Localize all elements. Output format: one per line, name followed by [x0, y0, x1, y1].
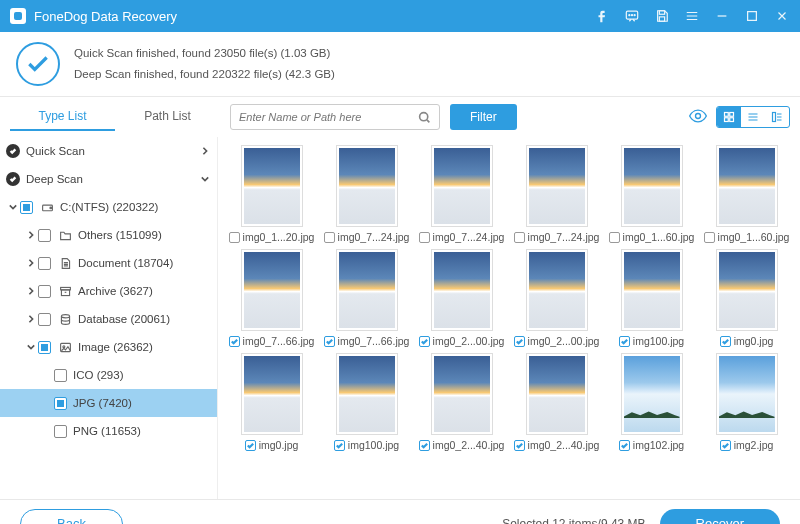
file-thumbnail[interactable]: [336, 249, 398, 331]
save-icon[interactable]: [654, 8, 670, 24]
svg-rect-11: [725, 118, 729, 122]
file-thumbnail[interactable]: [621, 249, 683, 331]
file-thumbnail[interactable]: [716, 145, 778, 227]
view-grid-button[interactable]: [717, 107, 741, 127]
svg-point-8: [696, 113, 701, 118]
chevron-down-icon: [6, 203, 20, 211]
file-checkbox[interactable]: [419, 440, 430, 451]
checkbox[interactable]: [38, 229, 51, 242]
file-checkbox[interactable]: [720, 440, 731, 451]
file-checkbox[interactable]: [334, 440, 345, 451]
file-cell[interactable]: img0_2...40.jpg: [511, 353, 602, 451]
view-detail-button[interactable]: [765, 107, 789, 127]
file-cell[interactable]: img0_7...66.jpg: [321, 249, 412, 347]
tree-png[interactable]: PNG (11653): [0, 417, 217, 445]
file-thumbnail[interactable]: [526, 249, 588, 331]
file-checkbox[interactable]: [609, 232, 620, 243]
file-checkbox[interactable]: [324, 232, 335, 243]
facebook-icon[interactable]: [594, 8, 610, 24]
file-cell[interactable]: img0_2...00.jpg: [416, 249, 507, 347]
view-list-button[interactable]: [741, 107, 765, 127]
image-icon: [57, 341, 73, 354]
file-cell[interactable]: img0_7...66.jpg: [226, 249, 317, 347]
file-thumbnail[interactable]: [621, 145, 683, 227]
tree-ico[interactable]: ICO (293): [0, 361, 217, 389]
maximize-icon[interactable]: [744, 8, 760, 24]
file-thumbnail[interactable]: [241, 353, 303, 435]
file-cell[interactable]: img0_7...24.jpg: [321, 145, 412, 243]
file-thumbnail[interactable]: [241, 249, 303, 331]
checkbox[interactable]: [38, 341, 51, 354]
file-thumbnail[interactable]: [431, 249, 493, 331]
file-checkbox[interactable]: [619, 440, 630, 451]
file-checkbox[interactable]: [229, 232, 240, 243]
filter-button[interactable]: Filter: [450, 104, 517, 130]
file-checkbox[interactable]: [419, 336, 430, 347]
file-cell[interactable]: img102.jpg: [606, 353, 697, 451]
file-checkbox[interactable]: [514, 232, 525, 243]
chevron-right-icon: [24, 259, 38, 267]
checkbox[interactable]: [54, 425, 67, 438]
file-cell[interactable]: img0.jpg: [226, 353, 317, 451]
file-cell[interactable]: img0_1...60.jpg: [606, 145, 697, 243]
chevron-down-icon: [201, 173, 209, 185]
checkbox[interactable]: [38, 313, 51, 326]
tree-archive[interactable]: Archive (3627): [0, 277, 217, 305]
tree-database[interactable]: Database (20061): [0, 305, 217, 333]
checkbox[interactable]: [54, 397, 67, 410]
tree-others[interactable]: Others (151099): [0, 221, 217, 249]
file-thumbnail[interactable]: [241, 145, 303, 227]
recover-button[interactable]: Recover: [660, 509, 780, 525]
tab-path-list[interactable]: Path List: [115, 103, 220, 131]
file-thumbnail[interactable]: [336, 145, 398, 227]
tree-jpg[interactable]: JPG (7420): [0, 389, 217, 417]
file-checkbox[interactable]: [619, 336, 630, 347]
file-cell[interactable]: img100.jpg: [321, 353, 412, 451]
minimize-icon[interactable]: [714, 8, 730, 24]
file-cell[interactable]: img0_1...60.jpg: [701, 145, 792, 243]
file-cell[interactable]: img0.jpg: [701, 249, 792, 347]
file-checkbox[interactable]: [245, 440, 256, 451]
preview-toggle[interactable]: [688, 106, 708, 129]
file-checkbox[interactable]: [704, 232, 715, 243]
file-checkbox[interactable]: [419, 232, 430, 243]
close-icon[interactable]: [774, 8, 790, 24]
file-thumbnail[interactable]: [526, 353, 588, 435]
file-cell[interactable]: img0_2...00.jpg: [511, 249, 602, 347]
file-thumbnail[interactable]: [431, 145, 493, 227]
file-thumbnail[interactable]: [621, 353, 683, 435]
file-checkbox[interactable]: [514, 336, 525, 347]
file-thumbnail[interactable]: [716, 353, 778, 435]
menu-icon[interactable]: [684, 8, 700, 24]
file-thumbnail[interactable]: [431, 353, 493, 435]
file-cell[interactable]: img0_1...20.jpg: [226, 145, 317, 243]
search-input[interactable]: [239, 111, 418, 123]
file-thumbnail[interactable]: [716, 249, 778, 331]
feedback-icon[interactable]: [624, 8, 640, 24]
file-name: img0_1...60.jpg: [718, 231, 790, 243]
checkbox[interactable]: [20, 201, 33, 214]
tree-document[interactable]: Document (18704): [0, 249, 217, 277]
tree-image[interactable]: Image (26362): [0, 333, 217, 361]
file-thumbnail[interactable]: [336, 353, 398, 435]
file-cell[interactable]: img100.jpg: [606, 249, 697, 347]
file-checkbox[interactable]: [229, 336, 240, 347]
svg-point-1: [629, 15, 630, 16]
file-cell[interactable]: img0_7...24.jpg: [416, 145, 507, 243]
file-cell[interactable]: img0_2...40.jpg: [416, 353, 507, 451]
file-cell[interactable]: img0_7...24.jpg: [511, 145, 602, 243]
checkbox[interactable]: [54, 369, 67, 382]
tree-deep-scan[interactable]: Deep Scan: [0, 165, 217, 193]
tree-quick-scan[interactable]: Quick Scan: [0, 137, 217, 165]
file-checkbox[interactable]: [720, 336, 731, 347]
file-checkbox[interactable]: [514, 440, 525, 451]
checkbox[interactable]: [38, 257, 51, 270]
back-button[interactable]: Back: [20, 509, 123, 525]
file-thumbnail[interactable]: [526, 145, 588, 227]
check-bullet-icon: [6, 172, 20, 186]
file-cell[interactable]: img2.jpg: [701, 353, 792, 451]
tab-type-list[interactable]: Type List: [10, 103, 115, 131]
tree-drive[interactable]: C:(NTFS) (220322): [0, 193, 217, 221]
checkbox[interactable]: [38, 285, 51, 298]
file-checkbox[interactable]: [324, 336, 335, 347]
